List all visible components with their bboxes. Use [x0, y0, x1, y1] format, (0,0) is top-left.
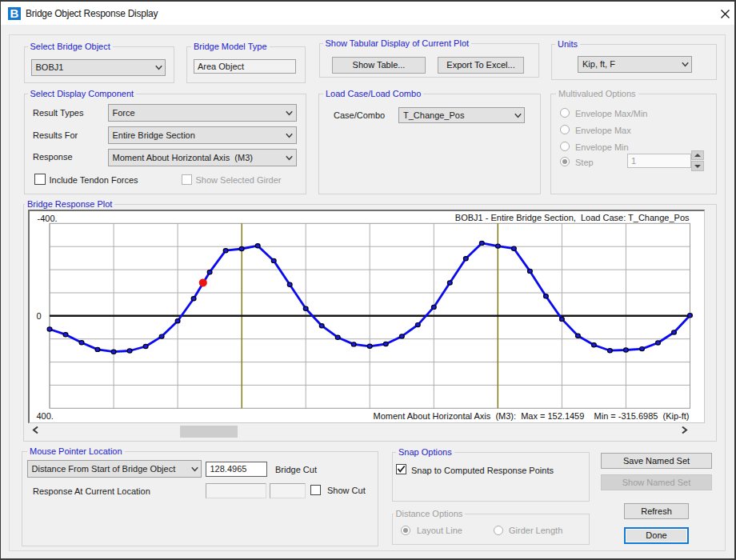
svg-text:0: 0	[37, 311, 42, 321]
svg-text:BOBJ1 - Entire Bridge Section,: BOBJ1 - Entire Bridge Section, Load Case…	[455, 213, 690, 222]
svg-text:400.: 400.	[37, 411, 54, 421]
svg-text:Moment About Horizontal Axis: Moment About Horizontal Axis (M3): Max =…	[374, 411, 690, 421]
svg-text:-400.: -400.	[38, 214, 58, 223]
